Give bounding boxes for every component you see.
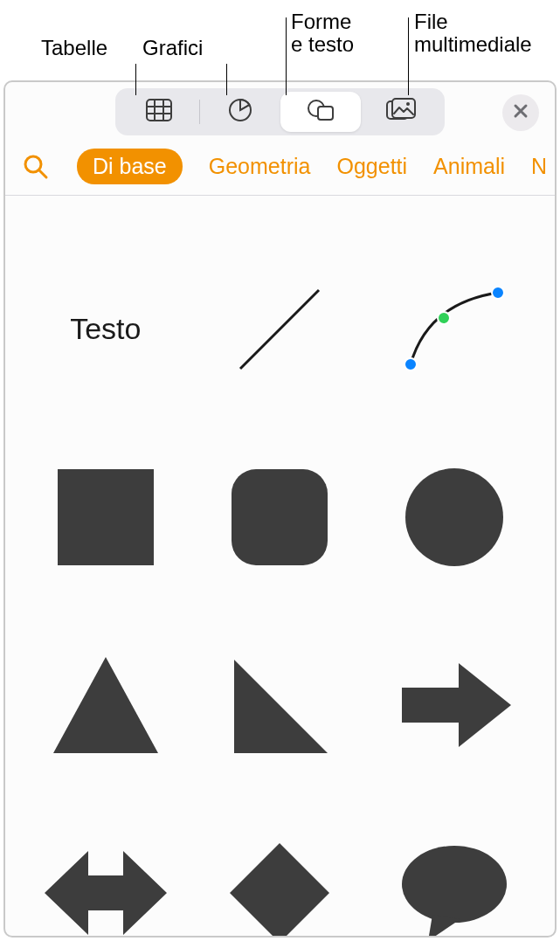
category-animals[interactable]: Animali xyxy=(433,154,505,179)
svg-rect-20 xyxy=(232,469,328,565)
svg-marker-26 xyxy=(230,843,329,938)
toolbar xyxy=(5,82,555,140)
callout-line xyxy=(286,17,287,95)
callout-line xyxy=(135,64,136,95)
close-button[interactable] xyxy=(502,94,539,131)
speech-bubble-shape[interactable] xyxy=(389,827,520,938)
rounded-square-shape[interactable] xyxy=(214,452,345,583)
callout-media: File multimediale xyxy=(414,10,532,57)
svg-line-7 xyxy=(240,105,249,110)
square-icon xyxy=(53,465,158,570)
diamond-icon xyxy=(227,841,332,938)
curve-icon xyxy=(393,277,515,382)
search-icon[interactable] xyxy=(21,152,51,182)
svg-point-17 xyxy=(438,312,450,324)
arrow-right-icon xyxy=(393,653,515,758)
category-basic[interactable]: Di base xyxy=(77,149,183,184)
svg-line-15 xyxy=(240,290,319,369)
image-icon xyxy=(386,98,416,126)
text-shape[interactable]: Testo xyxy=(40,264,171,395)
close-icon xyxy=(513,103,529,122)
callout-line xyxy=(408,17,409,95)
right-triangle-icon xyxy=(227,653,332,758)
rounded-square-icon xyxy=(227,465,332,570)
callout-tables: Tabelle xyxy=(41,37,107,59)
callout-shapes-text: Forme e testo xyxy=(291,10,354,57)
category-geometry[interactable]: Geometria xyxy=(209,154,311,179)
svg-point-12 xyxy=(406,102,410,106)
curve-shape[interactable] xyxy=(389,264,520,395)
category-tabs: Di base Geometria Oggetti Animali N xyxy=(5,140,555,191)
right-triangle-shape[interactable] xyxy=(214,640,345,771)
square-shape[interactable] xyxy=(40,452,171,583)
tables-tab[interactable] xyxy=(119,92,199,132)
category-next-partial[interactable]: N xyxy=(531,154,547,179)
pie-chart-icon xyxy=(228,98,252,126)
svg-point-16 xyxy=(404,358,417,370)
line-icon xyxy=(227,277,332,382)
callout-charts: Grafici xyxy=(142,37,203,59)
svg-point-21 xyxy=(405,468,503,566)
segmented-control xyxy=(115,88,445,135)
circle-shape[interactable] xyxy=(389,452,520,583)
line-shape[interactable] xyxy=(214,264,345,395)
svg-point-27 xyxy=(402,846,507,923)
svg-marker-22 xyxy=(53,657,158,753)
svg-rect-19 xyxy=(58,469,154,565)
svg-marker-24 xyxy=(402,663,511,747)
svg-marker-25 xyxy=(45,851,167,935)
shapes-icon xyxy=(306,98,335,126)
circle-icon xyxy=(402,465,507,570)
arrow-left-right-shape[interactable] xyxy=(40,827,171,938)
shapes-grid: Testo xyxy=(5,204,555,938)
callouts-layer: Tabelle Grafici Forme e testo File multi… xyxy=(0,0,560,80)
category-objects[interactable]: Oggetti xyxy=(336,154,407,179)
table-icon xyxy=(146,99,172,125)
svg-point-18 xyxy=(492,287,504,299)
arrow-left-right-icon xyxy=(40,841,171,938)
charts-tab[interactable] xyxy=(200,92,280,132)
svg-marker-23 xyxy=(234,660,328,753)
speech-bubble-icon xyxy=(398,841,511,938)
arrow-right-shape[interactable] xyxy=(389,640,520,771)
insert-panel: Di base Geometria Oggetti Animali N Test… xyxy=(3,80,557,938)
triangle-shape[interactable] xyxy=(40,640,171,771)
svg-line-14 xyxy=(39,170,46,177)
svg-rect-11 xyxy=(392,99,415,118)
triangle-icon xyxy=(49,653,162,758)
diamond-shape[interactable] xyxy=(214,827,345,938)
svg-rect-0 xyxy=(147,100,171,121)
media-tab[interactable] xyxy=(361,92,441,132)
shapes-text-tab[interactable] xyxy=(280,92,361,132)
divider xyxy=(5,195,555,196)
callout-line xyxy=(226,64,227,95)
svg-rect-9 xyxy=(318,107,333,120)
